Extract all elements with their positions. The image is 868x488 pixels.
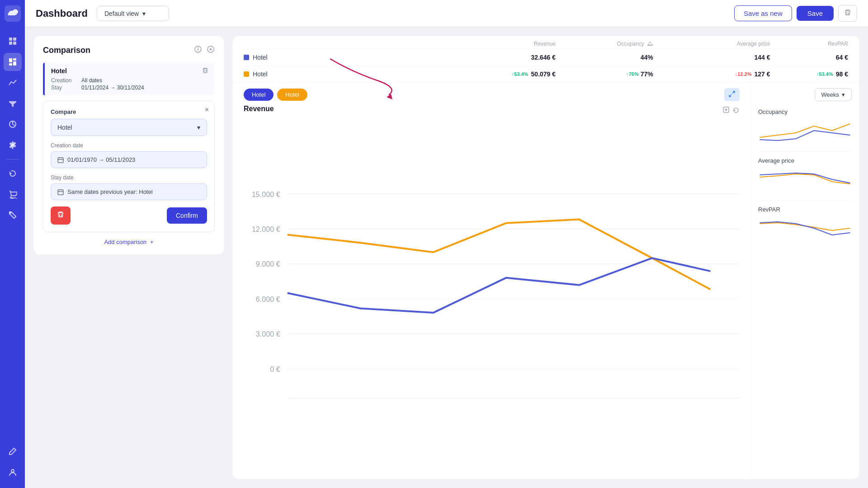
sidebar-item-cart[interactable] [4, 185, 22, 203]
sidebar-item-dashboard[interactable] [4, 53, 22, 71]
undo-icon [732, 106, 740, 113]
row2-name: Hotel [244, 70, 439, 78]
svg-point-10 [12, 198, 13, 199]
confirm-button[interactable]: Confirm [167, 207, 207, 224]
svg-rect-4 [13, 42, 16, 45]
stay-value: 01/11/2024 → 30/11/2024 [81, 84, 144, 91]
revpar-chart-label: RevPAR [758, 206, 852, 213]
main-chart: Hotel Hotel Revenue [233, 83, 750, 479]
row2-occupancy: ↑75% 77% [556, 70, 653, 78]
svg-rect-2 [13, 38, 16, 41]
avg-price-mini-chart-svg [758, 166, 852, 193]
svg-point-15 [198, 48, 198, 48]
sidebar-item-reports[interactable] [4, 115, 22, 133]
row2-revenue-trend: ↑53.4% [512, 71, 528, 77]
svg-text:6.000 €: 6.000 € [256, 295, 280, 303]
sidebar-item-user[interactable] [4, 463, 22, 481]
add-comparison-plus: + [150, 239, 154, 245]
add-comparison-label: Add comparison [104, 239, 146, 245]
sidebar-item-tags[interactable] [4, 206, 22, 224]
row1-name: Hotel [244, 54, 439, 61]
page-title: Dashboard [36, 8, 88, 19]
chart-title: Revenue [244, 105, 274, 113]
stay-date-label: Stay date [51, 174, 207, 181]
mini-chart-revpar: RevPAR [758, 206, 852, 244]
compare-dropdown-value: Hotel [57, 124, 72, 131]
add-comparison[interactable]: Add comparison + [43, 239, 215, 245]
filter-buttons: Hotel Hotel [244, 89, 307, 101]
view-dropdown-label: Default view [104, 10, 139, 17]
view-dropdown[interactable]: Default view ▾ [97, 6, 169, 21]
save-as-new-button[interactable]: Save as new [734, 5, 792, 21]
header: Dashboard Default view ▾ Save as new Sav… [25, 0, 868, 27]
creation-label: Creation [51, 77, 76, 84]
left-panel: Comparison [25, 27, 233, 488]
chart-controls [724, 88, 740, 101]
chart-undo-button[interactable] [732, 106, 740, 115]
col-header-revenue: Revenue [439, 41, 556, 47]
svg-rect-6 [13, 61, 16, 66]
svg-rect-18 [58, 190, 63, 195]
expand-chart-button[interactable] [724, 88, 740, 101]
creation-date-value: 01/01/1970 → 05/11/2023 [67, 156, 135, 163]
row2-revpar-trend: ↑53.4% [816, 71, 833, 77]
weeks-label: Weeks [821, 91, 840, 98]
compare-dropdown[interactable]: Hotel ▾ [51, 119, 207, 136]
delete-header-button[interactable] [838, 5, 857, 22]
expand-icon [729, 91, 735, 97]
row2-color-dot [244, 71, 249, 77]
info-button[interactable] [194, 45, 202, 56]
creation-date-input[interactable]: 01/01/1970 → 05/11/2023 [51, 151, 207, 168]
creation-value: All dates [81, 77, 102, 84]
chart-section: Hotel Hotel Revenue [233, 83, 859, 479]
sidebar-item-settings[interactable] [4, 136, 22, 154]
save-button[interactable]: Save [797, 6, 834, 21]
chart-wrapper: 15.000 € 12.000 € 9.000 € 6.000 € 3.000 … [244, 120, 740, 472]
delete-hotel-button[interactable] [202, 67, 208, 75]
svg-rect-1 [9, 38, 12, 41]
comparison-card: Comparison [34, 36, 224, 254]
calendar-icon-2 [57, 189, 64, 195]
row1-revpar: 64 € [770, 54, 848, 61]
comparison-header: Comparison [43, 45, 215, 56]
logo-icon[interactable] [5, 5, 21, 22]
svg-point-11 [17, 198, 17, 199]
sidebar-item-filters[interactable] [4, 94, 22, 113]
creation-date-label: Creation date [51, 142, 207, 149]
comparison-title: Comparison [43, 46, 90, 55]
row1-color-dot [244, 55, 249, 60]
metrics-header: Revenue Occupancy Average price RevPAR [233, 36, 859, 83]
stay-date-value: Same dates previous year: Hotel [67, 188, 153, 195]
svg-text:0 €: 0 € [270, 365, 280, 373]
row1-occupancy: 44% [556, 54, 653, 61]
filter-hotel-yellow[interactable]: Hotel [277, 89, 307, 101]
calendar-icon [57, 157, 64, 163]
data-row-1: Hotel 32.646 € 44% 144 € 64 € [244, 49, 848, 66]
svg-point-12 [10, 212, 11, 213]
col-header-revpar: RevPAR [770, 41, 848, 47]
svg-text:12.000 €: 12.000 € [252, 225, 280, 233]
compare-label: Compare [51, 108, 207, 115]
sidebar-item-grid[interactable] [4, 32, 22, 50]
compare-panel: × Compare Hotel ▾ Creation date 01/01/19… [43, 101, 215, 232]
compare-close-button[interactable]: × [205, 106, 209, 114]
col-header-avg-price: Average price [653, 41, 770, 47]
comparison-header-actions [194, 45, 215, 56]
header-actions: Save as new Save [734, 5, 857, 22]
filter-hotel-blue[interactable]: Hotel [244, 89, 274, 101]
add-comparison-header-button[interactable] [207, 45, 215, 56]
sidebar-item-refresh[interactable] [4, 164, 22, 183]
svg-rect-8 [13, 58, 16, 61]
svg-text:15.000 €: 15.000 € [252, 190, 280, 198]
occupancy-mini-chart-svg [758, 117, 852, 144]
weeks-dropdown[interactable]: Weeks ▾ [815, 88, 852, 101]
sidebar-item-pen[interactable] [4, 442, 22, 460]
svg-rect-7 [9, 63, 12, 66]
chart-reset-button[interactable] [722, 106, 730, 115]
sidebar-item-analytics[interactable] [4, 74, 22, 92]
stay-date-input[interactable]: Same dates previous year: Hotel [51, 183, 207, 200]
row2-revpar: ↑53.4% 98 € [770, 70, 848, 78]
revpar-mini-chart-svg [758, 215, 852, 242]
delete-compare-button[interactable] [51, 206, 71, 225]
filter-row: Hotel Hotel [244, 88, 740, 101]
